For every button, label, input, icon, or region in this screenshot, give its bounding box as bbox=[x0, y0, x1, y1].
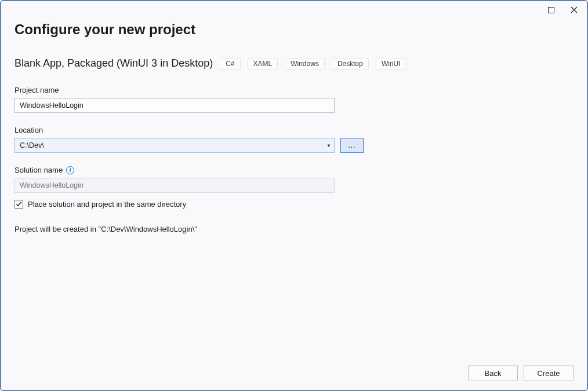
template-row: Blank App, Packaged (WinUI 3 in Desktop)… bbox=[14, 57, 574, 70]
same-directory-label: Place solution and project in the same d… bbox=[28, 200, 186, 209]
template-tag: WinUI bbox=[376, 58, 406, 70]
create-button[interactable]: Create bbox=[524, 365, 574, 381]
dialog-window: Configure your new project Blank App, Pa… bbox=[0, 0, 588, 391]
location-label: Location bbox=[14, 126, 574, 134]
footer: Back Create bbox=[468, 365, 574, 381]
same-directory-checkbox[interactable] bbox=[14, 200, 23, 209]
info-icon[interactable]: i bbox=[66, 166, 74, 174]
maximize-icon bbox=[548, 7, 554, 13]
location-input[interactable] bbox=[14, 138, 335, 153]
template-tag: C# bbox=[220, 58, 240, 70]
solution-name-input bbox=[14, 178, 335, 193]
solution-name-group: Solution name i bbox=[14, 166, 574, 193]
check-icon bbox=[16, 201, 22, 207]
project-name-group: Project name bbox=[14, 86, 574, 113]
browse-button[interactable]: ... bbox=[340, 138, 364, 153]
titlebar bbox=[1, 1, 587, 19]
template-tag: Windows bbox=[285, 58, 325, 70]
template-tag: Desktop bbox=[332, 58, 369, 70]
back-button[interactable]: Back bbox=[468, 365, 518, 381]
project-name-input[interactable] bbox=[14, 98, 335, 113]
template-tag: XAML bbox=[248, 58, 278, 70]
creation-path-text: Project will be created in "C:\Dev\Windo… bbox=[14, 225, 574, 233]
page-title: Configure your new project bbox=[14, 21, 574, 38]
solution-name-label: Solution name bbox=[14, 166, 63, 174]
project-name-label: Project name bbox=[14, 86, 574, 94]
maximize-button[interactable] bbox=[541, 2, 561, 17]
content-area: Configure your new project Blank App, Pa… bbox=[1, 19, 587, 390]
template-name: Blank App, Packaged (WinUI 3 in Desktop) bbox=[14, 57, 213, 70]
close-icon bbox=[571, 6, 578, 13]
svg-rect-0 bbox=[548, 7, 554, 13]
close-button[interactable] bbox=[564, 2, 584, 17]
location-group: Location ▼ ... bbox=[14, 126, 574, 153]
solution-name-label-row: Solution name i bbox=[14, 166, 574, 174]
same-directory-row[interactable]: Place solution and project in the same d… bbox=[14, 200, 574, 209]
